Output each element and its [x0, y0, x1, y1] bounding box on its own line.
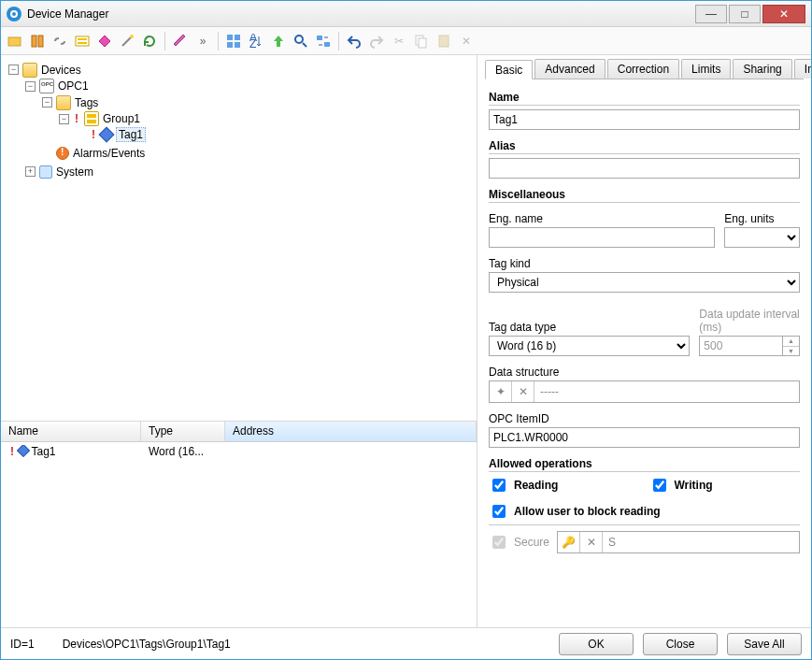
tag-list: Name Type Address ! Tag1 Word (16... — [1, 422, 477, 627]
tab-information[interactable]: Information — [794, 59, 811, 79]
expand-system[interactable]: + — [25, 166, 36, 177]
tree-devices[interactable]: Devices — [41, 64, 81, 77]
svg-rect-16 — [324, 42, 330, 47]
collapse-tags[interactable]: − — [42, 97, 52, 108]
up-arrow-icon[interactable] — [268, 31, 289, 51]
ok-button[interactable]: OK — [559, 633, 634, 655]
tab-limits[interactable]: Limits — [681, 59, 731, 79]
tagkind-select[interactable]: Physical — [489, 272, 800, 293]
tab-sharing[interactable]: Sharing — [733, 59, 791, 79]
opcid-input[interactable] — [489, 427, 800, 448]
alias-input[interactable] — [489, 158, 800, 179]
grid-icon[interactable] — [223, 31, 244, 51]
collapse-opc[interactable]: − — [25, 81, 36, 92]
minimize-button[interactable]: — — [695, 5, 727, 23]
bang-icon: ! — [8, 445, 16, 458]
brush-icon[interactable] — [170, 31, 191, 51]
engunits-label: Eng. units — [724, 212, 800, 225]
svg-point-14 — [295, 36, 303, 43]
find-icon[interactable] — [291, 31, 311, 51]
svg-rect-0 — [8, 37, 21, 46]
delete-icon[interactable]: ✕ — [456, 31, 477, 51]
tree-opc1[interactable]: OPC1 — [58, 79, 89, 93]
replace-icon[interactable] — [313, 31, 334, 51]
dstruct-value: ----- — [534, 381, 799, 402]
tree-tags[interactable]: Tags — [75, 96, 98, 109]
interval-input — [699, 336, 783, 356]
blockread-label: Allow user to block reading — [514, 505, 661, 518]
sort-icon[interactable]: AZ — [246, 31, 266, 51]
misc-label: Miscellaneous — [489, 188, 800, 203]
col-name[interactable]: Name — [1, 422, 141, 441]
list-header: Name Type Address — [1, 422, 477, 442]
folder-icon — [56, 95, 71, 110]
expand-icon[interactable]: » — [192, 31, 213, 51]
new-tag-icon[interactable] — [94, 31, 115, 51]
engname-input[interactable] — [489, 227, 715, 248]
new-device-icon[interactable] — [27, 31, 48, 51]
opc-icon — [39, 79, 54, 93]
maximize-button[interactable]: □ — [729, 5, 761, 23]
blockread-checkbox[interactable] — [492, 505, 506, 518]
left-pane: −Devices −OPC1 −Tags −!Group1 — [1, 55, 477, 627]
undo-icon[interactable] — [344, 31, 364, 51]
app-icon — [7, 7, 21, 22]
alarms-icon — [56, 147, 69, 160]
secure-label: Secure — [514, 536, 549, 549]
link-icon[interactable] — [50, 31, 70, 51]
writing-checkbox[interactable] — [653, 479, 666, 492]
save-all-button[interactable]: Save All — [727, 633, 802, 655]
dtype-label: Tag data type — [489, 321, 690, 334]
system-icon — [39, 165, 52, 179]
titlebar[interactable]: Device Manager — □ ✕ — [1, 1, 811, 27]
opc-group-icon[interactable] — [72, 31, 93, 51]
tree-group1[interactable]: Group1 — [103, 112, 140, 125]
tagkind-label: Tag kind — [489, 257, 800, 270]
tab-advanced[interactable]: Advanced — [534, 59, 605, 79]
collapse-devices[interactable]: − — [8, 65, 19, 75]
tab-basic[interactable]: Basic — [485, 60, 533, 79]
col-type[interactable]: Type — [141, 422, 225, 441]
dstruct-clear-icon[interactable]: ✕ — [512, 381, 534, 402]
new-folder-icon[interactable] — [5, 31, 25, 51]
list-row[interactable]: ! Tag1 Word (16... — [1, 442, 477, 461]
svg-rect-13 — [277, 41, 280, 47]
reading-checkbox[interactable] — [492, 479, 506, 492]
row-type: Word (16... — [141, 445, 225, 458]
engunits-select[interactable] — [724, 227, 800, 248]
svg-rect-10 — [235, 42, 240, 48]
bang-icon: ! — [73, 112, 80, 125]
svg-rect-3 — [76, 36, 89, 46]
alias-label: Alias — [489, 139, 800, 154]
cut-icon[interactable]: ✂ — [389, 31, 409, 51]
tag-icon — [99, 127, 115, 143]
col-address[interactable]: Address — [225, 422, 477, 441]
secure-clear-icon: ✕ — [580, 532, 603, 552]
svg-rect-7 — [227, 35, 233, 40]
properties-pane: Basic Advanced Correction Limits Sharing… — [477, 55, 811, 627]
name-input[interactable] — [489, 109, 800, 130]
name-label: Name — [489, 91, 800, 106]
group-icon — [84, 111, 99, 126]
dtype-select[interactable]: Word (16 b) — [489, 336, 690, 356]
tab-correction[interactable]: Correction — [607, 59, 679, 79]
tree-system[interactable]: System — [56, 165, 93, 179]
close-window-button[interactable]: ✕ — [762, 5, 805, 23]
collapse-group[interactable]: − — [59, 114, 69, 124]
device-manager-window: Device Manager — □ ✕ » AZ ✂ ✕ — [0, 0, 812, 660]
engname-label: Eng. name — [489, 212, 715, 225]
tree-alarms[interactable]: Alarms/Events — [73, 147, 145, 160]
close-button[interactable]: Close — [643, 633, 718, 655]
device-tree[interactable]: −Devices −OPC1 −Tags −!Group1 — [1, 55, 477, 422]
refresh-icon[interactable] — [139, 31, 160, 51]
dstruct-add-icon[interactable]: ✦ — [490, 381, 512, 402]
redo-icon[interactable] — [366, 31, 387, 51]
tree-tag1[interactable]: Tag1 — [116, 127, 146, 142]
paste-icon[interactable] — [434, 31, 454, 51]
properties-tabs: Basic Advanced Correction Limits Sharing… — [485, 59, 804, 79]
wizard-icon[interactable] — [117, 31, 137, 51]
status-path: Devices\OPC1\Tags\Group1\Tag1 — [63, 638, 231, 651]
copy-icon[interactable] — [411, 31, 432, 51]
opcid-label: OPC ItemID — [489, 412, 800, 425]
row-name: Tag1 — [31, 445, 55, 458]
